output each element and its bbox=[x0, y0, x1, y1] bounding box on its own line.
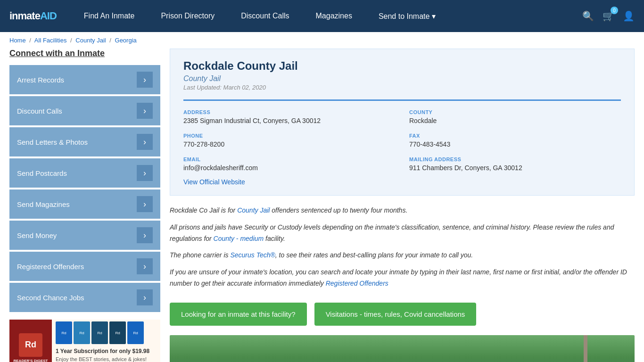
breadcrumb-all-facilities[interactable]: All Facilities bbox=[34, 37, 67, 44]
arrow-icon: › bbox=[137, 258, 153, 274]
breadcrumb-home[interactable]: Home bbox=[9, 37, 26, 44]
sidebar-item-label: Send Magazines bbox=[17, 200, 70, 208]
breadcrumb: Home / All Facilities / County Jail / Ge… bbox=[0, 32, 644, 49]
email-value: info@rockdalesheriff.com bbox=[183, 164, 395, 172]
ad-cover-2: Rd bbox=[74, 321, 90, 344]
facility-title: Rockdale County Jail bbox=[183, 59, 621, 73]
county-jail-link-1[interactable]: County Jail bbox=[237, 206, 270, 214]
facility-aerial-image bbox=[170, 335, 635, 362]
fax-value: 770-483-4543 bbox=[409, 140, 621, 148]
address-value: 2385 Sigman Industrial Ct, Conyers, GA 3… bbox=[183, 117, 395, 124]
sidebar-title: Connect with an Inmate bbox=[9, 49, 160, 58]
sidebar-item-registered-offenders[interactable]: Registered Offenders › bbox=[9, 252, 160, 281]
find-inmate-cta-button[interactable]: Looking for an inmate at this facility? bbox=[170, 303, 307, 326]
user-icon[interactable]: 👤 bbox=[623, 10, 635, 22]
cta-buttons: Looking for an inmate at this facility? … bbox=[170, 303, 635, 326]
fax-block: FAX 770-483-4543 bbox=[409, 133, 621, 148]
sidebar-item-send-money[interactable]: Send Money › bbox=[9, 221, 160, 250]
desc-para-4: If you are unsure of your inmate's locat… bbox=[170, 267, 635, 289]
ad-cover-5: Rd bbox=[127, 321, 144, 344]
logo[interactable]: inmateAID bbox=[9, 10, 57, 22]
arrow-icon: › bbox=[137, 72, 153, 88]
sidebar-menu: Arrest Records › Discount Calls › Send L… bbox=[9, 65, 160, 312]
sidebar-item-label: Second Chance Jobs bbox=[17, 294, 84, 302]
arrow-icon: › bbox=[137, 196, 153, 212]
arrow-icon: › bbox=[137, 227, 153, 243]
email-block: EMAIL info@rockdalesheriff.com bbox=[183, 156, 395, 172]
arrow-icon: › bbox=[137, 103, 153, 119]
sidebar-item-discount-calls[interactable]: Discount Calls › bbox=[9, 96, 160, 125]
road-v bbox=[584, 335, 587, 362]
sidebar-item-send-letters[interactable]: Send Letters & Photos › bbox=[9, 127, 160, 156]
sidebar-item-arrest-records[interactable]: Arrest Records › bbox=[9, 65, 160, 94]
mailing-value: 911 Chambers Dr, Conyers, GA 30012 bbox=[409, 164, 621, 172]
breadcrumb-county-jail[interactable]: County Jail bbox=[75, 37, 106, 44]
sidebar-item-send-postcards[interactable]: Send Postcards › bbox=[9, 158, 160, 188]
nav-find-inmate[interactable]: Find An Inmate bbox=[71, 0, 148, 32]
search-icon[interactable]: 🔍 bbox=[582, 10, 594, 22]
ad-rd-logo: Rd bbox=[19, 333, 42, 357]
cart-badge: 0 bbox=[611, 7, 618, 14]
facility-info-grid: ADDRESS 2385 Sigman Industrial Ct, Conye… bbox=[183, 99, 621, 172]
desc-para-3: The phone carrier is Securus Tech®, to s… bbox=[170, 250, 635, 261]
visitations-cta-button[interactable]: Visitations - times, rules, Covid cancel… bbox=[314, 303, 477, 326]
facility-type: County Jail bbox=[183, 74, 621, 83]
sidebar-item-label: Arrest Records bbox=[17, 76, 64, 84]
mailing-label: MAILING ADDRESS bbox=[409, 156, 621, 162]
ad-headline: 1 Year Subscription for only $19.98 bbox=[56, 348, 157, 354]
nav-prison-directory[interactable]: Prison Directory bbox=[148, 0, 228, 32]
main-layout: Connect with an Inmate Arrest Records › … bbox=[0, 49, 644, 362]
arrow-icon: › bbox=[137, 165, 153, 181]
facility-last-updated: Last Updated: March 02, 2020 bbox=[183, 84, 621, 91]
nav-discount-calls[interactable]: Discount Calls bbox=[228, 0, 302, 32]
sidebar-item-label: Send Money bbox=[17, 231, 57, 239]
ad-book-covers: Rd Rd Rd Rd Rd bbox=[56, 321, 157, 344]
county-value: Rockdale bbox=[409, 117, 621, 124]
registered-offenders-link[interactable]: Registered Offenders bbox=[326, 280, 388, 287]
arrow-icon: › bbox=[137, 289, 153, 305]
nav-send-to-inmate[interactable]: Send to Inmate ▾ bbox=[365, 0, 449, 32]
facility-card: Rockdale County Jail County Jail Last Up… bbox=[170, 49, 635, 196]
header-actions: 🔍 🛒 0 👤 bbox=[582, 10, 635, 22]
securus-link[interactable]: Securus Tech® bbox=[230, 251, 275, 259]
ad-cover-4: Rd bbox=[109, 321, 126, 344]
desc-para-2: All prisons and jails have Security or C… bbox=[170, 222, 635, 245]
email-label: EMAIL bbox=[183, 156, 395, 162]
arrow-icon: › bbox=[137, 134, 153, 150]
sidebar-item-label: Registered Offenders bbox=[17, 263, 84, 271]
facility-description: Rockdale Co Jail is for County Jail offe… bbox=[170, 205, 635, 303]
county-medium-link[interactable]: County - medium bbox=[214, 235, 264, 242]
ad-subtext: Enjoy the BEST stories, advice & jokes! bbox=[56, 356, 157, 362]
county-label: COUNTY bbox=[409, 109, 621, 115]
site-header: inmateAID Find An Inmate Prison Director… bbox=[0, 0, 644, 32]
sidebar-item-label: Discount Calls bbox=[17, 107, 62, 115]
address-block: ADDRESS 2385 Sigman Industrial Ct, Conye… bbox=[183, 109, 395, 124]
sidebar-item-label: Send Postcards bbox=[17, 169, 67, 177]
mailing-block: MAILING ADDRESS 911 Chambers Dr, Conyers… bbox=[409, 156, 621, 172]
desc-para-1: Rockdale Co Jail is for County Jail offe… bbox=[170, 205, 635, 216]
ad-logo-area: Rd READER'S DIGEST bbox=[9, 320, 52, 362]
phone-label: PHONE bbox=[183, 133, 395, 139]
ad-banner: Rd READER'S DIGEST Rd Rd Rd Rd Rd 1 Year… bbox=[9, 320, 160, 362]
address-label: ADDRESS bbox=[183, 109, 395, 115]
main-content: Rockdale County Jail County Jail Last Up… bbox=[170, 49, 635, 362]
ad-content: Rd Rd Rd Rd Rd 1 Year Subscription for o… bbox=[52, 320, 160, 362]
view-official-website-link[interactable]: View Official Website bbox=[183, 178, 245, 186]
main-nav: Find An Inmate Prison Directory Discount… bbox=[71, 0, 578, 32]
ad-cover-1: Rd bbox=[56, 321, 72, 344]
phone-value: 770-278-8200 bbox=[183, 140, 395, 148]
cart-icon[interactable]: 🛒 0 bbox=[603, 10, 614, 22]
ad-brand: READER'S DIGEST bbox=[13, 359, 48, 362]
sidebar-item-second-chance-jobs[interactable]: Second Chance Jobs › bbox=[9, 283, 160, 312]
fax-label: FAX bbox=[409, 133, 621, 139]
sidebar-item-label: Send Letters & Photos bbox=[17, 138, 88, 146]
sidebar-item-send-magazines[interactable]: Send Magazines › bbox=[9, 189, 160, 219]
sidebar: Connect with an Inmate Arrest Records › … bbox=[9, 49, 160, 362]
nav-magazines[interactable]: Magazines bbox=[303, 0, 365, 32]
ad-cover-3: Rd bbox=[91, 321, 108, 344]
county-block: COUNTY Rockdale bbox=[409, 109, 621, 124]
phone-block: PHONE 770-278-8200 bbox=[183, 133, 395, 148]
breadcrumb-state[interactable]: Georgia bbox=[115, 37, 137, 44]
